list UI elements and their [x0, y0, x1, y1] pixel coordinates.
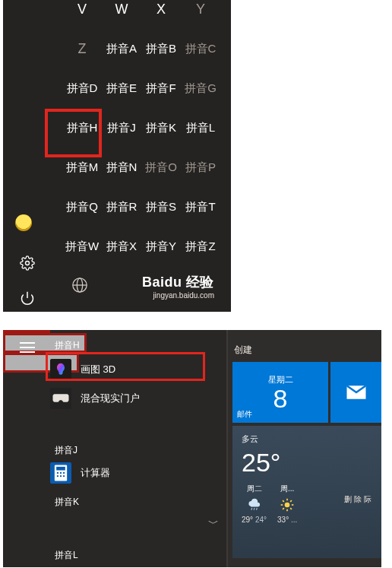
- alpha-pinyin-O: 拼音O: [141, 158, 181, 176]
- alpha-X[interactable]: X: [141, 0, 181, 18]
- tiles-section-header: 创建: [234, 344, 252, 357]
- alpha-pinyin-J[interactable]: 拼音J: [102, 119, 141, 137]
- globe-icon[interactable]: [71, 277, 88, 294]
- calculator-icon: [50, 462, 71, 484]
- menu-icon[interactable]: [20, 342, 35, 353]
- alpha-pinyin-L[interactable]: 拼音L: [181, 119, 220, 137]
- start-menu-alpha-index: V W X Y Z 拼音A 拼音B 拼音C 拼音D 拼音E 拼音F 拼音G 拼音…: [3, 0, 231, 312]
- section-header-pinyin-J[interactable]: 拼音J: [55, 444, 77, 457]
- alpha-pinyin-N[interactable]: 拼音N: [102, 158, 141, 176]
- forecast-day-label: 周...: [280, 484, 294, 494]
- alpha-V[interactable]: V: [62, 0, 102, 18]
- forecast-day-1: 周二 29° 24°: [242, 484, 267, 524]
- forecast-day-2: 周... 33° ...: [277, 484, 297, 524]
- alpha-pinyin-X[interactable]: 拼音X: [102, 237, 141, 255]
- alpha-Y: Y: [181, 0, 220, 18]
- weather-temp: 25°: [242, 448, 372, 478]
- app-label: 混合现实门户: [81, 392, 140, 405]
- left-rail: [12, 255, 43, 306]
- alpha-pinyin-P: 拼音P: [181, 158, 220, 176]
- watermark-url: jingyan.baidu.com: [142, 291, 214, 300]
- obscured-text: 删除际: [344, 494, 374, 505]
- alpha-pinyin-W[interactable]: 拼音W: [62, 237, 102, 255]
- annotation-box-paint3d: [46, 352, 205, 381]
- calendar-tile[interactable]: 星期二 8 邮件: [232, 362, 328, 423]
- alpha-pinyin-S[interactable]: 拼音S: [141, 198, 181, 216]
- alpha-pinyin-A[interactable]: 拼音A: [102, 40, 141, 58]
- alpha-pinyin-E[interactable]: 拼音E: [102, 79, 141, 97]
- svg-rect-6: [56, 467, 65, 471]
- cloud-rain-icon: [247, 497, 262, 512]
- alpha-pinyin-R[interactable]: 拼音R: [102, 198, 141, 216]
- svg-line-19: [290, 508, 292, 509]
- alpha-pinyin-D[interactable]: 拼音D: [62, 79, 102, 97]
- settings-icon[interactable]: [20, 255, 35, 271]
- svg-point-9: [63, 472, 65, 474]
- section-header-pinyin-K[interactable]: 拼音K: [55, 496, 79, 509]
- alpha-pinyin-K[interactable]: 拼音K: [141, 119, 181, 137]
- section-header-pinyin-H[interactable]: 拼音H: [55, 339, 80, 352]
- alpha-pinyin-M[interactable]: 拼音M: [62, 158, 102, 176]
- svg-point-7: [57, 472, 58, 474]
- svg-point-11: [60, 475, 62, 477]
- svg-line-21: [290, 500, 292, 502]
- baidu-watermark: Baidu 经验 jingyan.baidu.com: [142, 273, 214, 300]
- alpha-pinyin-F[interactable]: 拼音F: [141, 79, 181, 97]
- forecast-hilo: 29° 24°: [242, 516, 267, 524]
- mail-tile[interactable]: [330, 362, 381, 423]
- weather-tile[interactable]: 多云 25° 周二 29° 24° 周... 33° ...: [232, 426, 381, 558]
- app-label: 计算器: [81, 466, 110, 480]
- user-avatar[interactable]: [15, 214, 32, 231]
- annotation-highlight-pinyin-H: [45, 109, 102, 157]
- alpha-pinyin-C: 拼音C: [181, 40, 220, 58]
- alpha-pinyin-B[interactable]: 拼音B: [141, 40, 181, 58]
- mixed-reality-icon: [50, 388, 71, 409]
- alpha-pinyin-Q[interactable]: 拼音Q: [62, 198, 102, 216]
- svg-point-0: [26, 262, 30, 265]
- power-icon[interactable]: [20, 290, 35, 306]
- app-item-mixed-reality[interactable]: 混合现实门户: [50, 385, 140, 412]
- start-tiles-pane: 创建 星期二 8 邮件 多云 25° 周二 29° 24° 周...: [228, 330, 381, 567]
- svg-line-18: [283, 500, 284, 502]
- svg-line-20: [283, 508, 284, 509]
- calendar-dom: 8: [273, 386, 288, 411]
- forecast-day-label: 周二: [247, 484, 262, 494]
- sun-icon: [280, 497, 295, 512]
- alpha-pinyin-Z[interactable]: 拼音Z: [181, 237, 220, 255]
- alpha-pinyin-Y[interactable]: 拼音Y: [141, 237, 181, 255]
- forecast-hilo: 33° ...: [277, 516, 297, 524]
- svg-point-8: [60, 472, 62, 474]
- section-header-pinyin-L[interactable]: 拼音L: [55, 549, 78, 562]
- alpha-Z: Z: [62, 40, 102, 58]
- app-item-calculator[interactable]: 计算器: [50, 459, 110, 487]
- start-menu-app-list: 拼音H 画图 3D 混合现实门户 拼音J 计算器 拼音K 拼音L ﹀ 创建 星期…: [3, 330, 381, 567]
- mail-icon: [345, 381, 368, 404]
- svg-point-12: [63, 475, 65, 477]
- alpha-W[interactable]: W: [102, 0, 141, 18]
- alpha-pinyin-G: 拼音G: [181, 79, 220, 97]
- alpha-pinyin-T[interactable]: 拼音T: [181, 198, 220, 216]
- weather-cond: 多云: [242, 433, 372, 445]
- watermark-title: Baidu 经验: [142, 273, 214, 291]
- svg-point-13: [285, 503, 290, 508]
- chevron-down-icon[interactable]: ﹀: [208, 517, 219, 531]
- svg-point-10: [57, 475, 58, 477]
- calendar-tile-label: 邮件: [237, 409, 252, 420]
